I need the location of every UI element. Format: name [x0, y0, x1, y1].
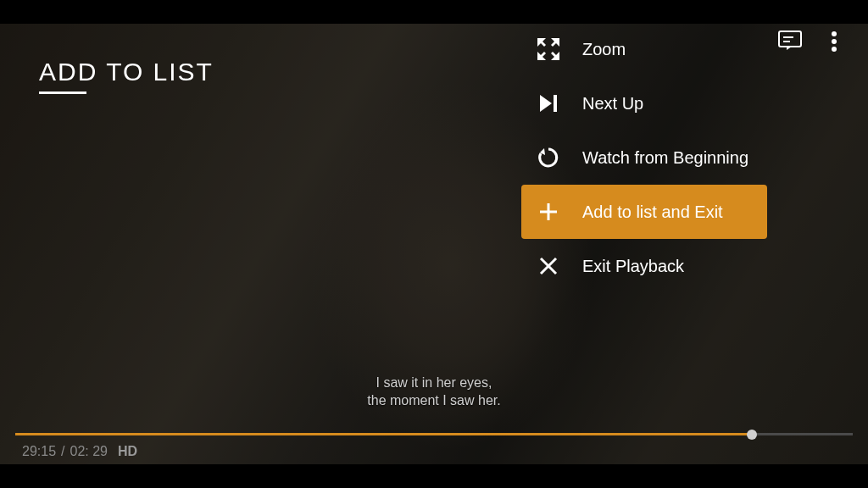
next-icon — [535, 90, 562, 117]
menu-item-watch-from-beginning[interactable]: Watch from Beginning — [521, 130, 767, 185]
svg-rect-0 — [779, 31, 801, 47]
plus-icon — [535, 198, 562, 225]
page-title: ADD TO LIST — [39, 58, 214, 86]
menu-item-next-up[interactable]: Next Up — [521, 76, 767, 130]
rewind-icon — [535, 144, 562, 171]
zoom-icon — [535, 36, 562, 63]
svg-point-5 — [832, 47, 837, 52]
progress-thumb[interactable] — [747, 430, 757, 440]
quality-badge: HD — [118, 444, 137, 459]
menu-item-label: Watch from Beginning — [582, 148, 748, 168]
menu-item-zoom[interactable]: Zoom — [521, 22, 767, 76]
svg-point-4 — [832, 39, 837, 44]
menu-item-label: Next Up — [582, 94, 643, 114]
close-icon — [535, 252, 562, 280]
remaining-time: 02: 29 — [70, 444, 108, 459]
subtitles-icon[interactable] — [778, 30, 802, 53]
subtitle-line-2: the moment I saw her. — [367, 391, 500, 410]
subtitle-line-1: I saw it in her eyes, — [367, 374, 500, 392]
more-options-icon[interactable] — [831, 30, 837, 53]
top-icon-bar — [778, 30, 837, 53]
progress-bar[interactable] — [15, 433, 853, 435]
menu-item-label: Zoom — [582, 40, 626, 59]
svg-rect-6 — [554, 95, 557, 112]
menu-item-add-to-list-exit[interactable]: Add to list and Exit — [521, 185, 767, 239]
time-display: 29:15 / 02: 29 HD — [22, 444, 137, 459]
progress-fill — [15, 433, 752, 435]
menu-item-label: Add to list and Exit — [582, 202, 723, 222]
svg-point-3 — [832, 31, 837, 36]
title-underline — [39, 92, 86, 94]
subtitle-text: I saw it in her eyes, the moment I saw h… — [367, 374, 500, 410]
menu-item-exit-playback[interactable]: Exit Playback — [521, 239, 767, 293]
playback-menu: Zoom Next Up Watch from Beginning Add to — [521, 22, 767, 293]
menu-item-label: Exit Playback — [582, 257, 684, 276]
elapsed-time: 29:15 — [22, 444, 56, 459]
